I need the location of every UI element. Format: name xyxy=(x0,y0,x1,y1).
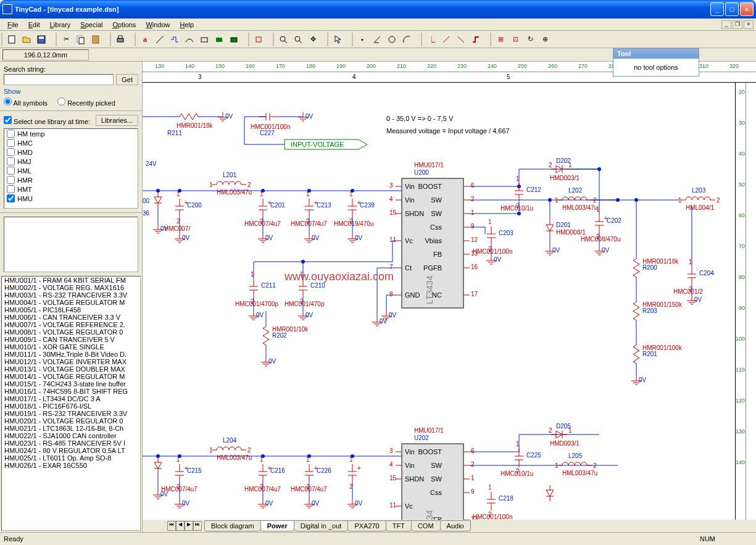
circle-tool-icon[interactable] xyxy=(385,33,399,46)
tab-next[interactable]: ▶ xyxy=(185,521,193,531)
component-item[interactable]: HMU008/1 - VOLTAGE REGULATOR 0 xyxy=(2,328,140,336)
component-item[interactable]: HMU010/1 - XOR GATE SINGLE xyxy=(2,343,140,351)
curve-tool-icon[interactable] xyxy=(183,33,196,46)
component-item[interactable]: HMU016/1 - 74HC595 8-BIT SHIFT REG xyxy=(2,388,140,395)
radio-all-symbols[interactable]: All symbols xyxy=(4,98,48,107)
save-icon[interactable] xyxy=(35,33,48,46)
component-item[interactable]: HMU012/1 - VOLTAGE INVERTER MAX xyxy=(2,358,140,365)
mdi-min[interactable]: _ xyxy=(721,20,731,29)
tab-first[interactable]: ⏮ xyxy=(167,521,176,531)
sheet-tab-power[interactable]: Power xyxy=(260,520,294,531)
cut-icon[interactable]: ✂ xyxy=(59,33,73,46)
component-item[interactable]: HMU015/1 - 74CH243 3-state line buffer xyxy=(2,380,140,388)
component-item[interactable]: HMU005/1 - PIC18LF458 xyxy=(2,306,140,314)
tool-options-panel[interactable]: Tool no tool options xyxy=(613,48,699,77)
menu-options[interactable]: Options xyxy=(107,20,141,30)
text-tool-icon[interactable]: a xyxy=(138,33,152,46)
lib-item[interactable]: HMR xyxy=(4,175,138,185)
zoom-fit-icon[interactable] xyxy=(276,33,290,46)
library-list[interactable]: HM temp HMC HMD HMJ HML HMR HMT HMU xyxy=(4,128,138,209)
component-item[interactable]: HMU019/1 - RS-232 TRANCEIVER 3.3V xyxy=(2,410,140,417)
component-item[interactable]: HMU021/1 - LTC1863L 12-/16-Bit, 8-Ch xyxy=(2,425,140,432)
component-item[interactable]: HMU022/1 - SJA1000 CAN controller xyxy=(2,432,140,439)
menu-help[interactable]: Help xyxy=(175,20,199,30)
mdi-restore[interactable]: ❐ xyxy=(733,20,742,29)
component-item[interactable]: HMU011/1 - 30MHz,Triple 8-Bit Video D. xyxy=(2,351,140,358)
maximize-button[interactable]: □ xyxy=(725,2,739,16)
angle-tool-icon[interactable] xyxy=(370,33,384,46)
component-item[interactable]: HMU013/1 - VOLTAGE DOUBLER MAX xyxy=(2,365,140,373)
component-item[interactable]: HMU003/1 - RS-232 TRANCEIVER 3.3V xyxy=(2,291,140,299)
pin-tool-icon[interactable]: • xyxy=(355,33,369,46)
lib-item[interactable]: HMC xyxy=(4,138,138,148)
lib-item[interactable]: HMT xyxy=(4,185,138,194)
sheet-tab-audio[interactable]: Audio xyxy=(440,520,471,531)
radio-recent[interactable]: Recently picked xyxy=(57,98,115,107)
component-item[interactable]: HMU025/1 - LT6011 Op. Amp SO-8 xyxy=(2,454,140,462)
grid2-tool-icon[interactable]: ⊡ xyxy=(509,33,522,46)
component-item[interactable]: HMU006/1 - CAN TRANCEIVER 3,3 V xyxy=(2,314,140,321)
menu-edit[interactable]: Edit xyxy=(23,20,45,30)
print-icon[interactable] xyxy=(114,33,127,46)
minimize-button[interactable]: _ xyxy=(710,2,724,16)
menu-special[interactable]: Special xyxy=(75,20,107,30)
close-button[interactable]: × xyxy=(740,2,754,16)
lib-item[interactable]: HM temp xyxy=(4,129,138,138)
sheet-tab-com[interactable]: COM xyxy=(411,520,441,531)
wire-tool-icon[interactable] xyxy=(168,33,181,46)
component-tool-icon[interactable] xyxy=(252,33,265,46)
rect-tool-icon[interactable] xyxy=(197,33,211,46)
move-tool-icon[interactable]: ✥ xyxy=(306,33,320,46)
fillrect2-tool-icon[interactable] xyxy=(227,33,241,46)
component-item[interactable]: HMU020/1 - VOLTAGE REGULATOR 0 xyxy=(2,417,140,425)
paste-icon[interactable] xyxy=(89,33,102,46)
menu-window[interactable]: Window xyxy=(141,20,175,30)
zoom-icon[interactable] xyxy=(291,33,305,46)
lib-item[interactable]: HMJ xyxy=(4,157,138,166)
sheet-tab-digital-in-_out[interactable]: Digital in _out xyxy=(294,520,349,531)
component-item[interactable]: HMU001/1 - FRAM 64 KBIT SERIAL FM xyxy=(2,277,140,284)
component-item[interactable]: HMU017/1 - LT3434 DC/DC 3 A xyxy=(2,395,140,402)
component-item[interactable]: HMU007/1 - VOLTAGE REFERENCE 2. xyxy=(2,321,140,328)
sheet-tab-pxa270[interactable]: PXA270 xyxy=(347,520,386,531)
show-link[interactable]: Show xyxy=(4,88,138,95)
tab-prev[interactable]: ◀ xyxy=(176,521,185,531)
component-item[interactable]: HMU024/1 - 80 V REGULATOR 0.5A LT xyxy=(2,447,140,454)
net-tool-icon[interactable]: ⎿ xyxy=(425,33,438,46)
select-one-lib[interactable]: Select one library at time: xyxy=(4,116,90,125)
center-tool-icon[interactable]: ⊕ xyxy=(538,33,552,46)
lib-item[interactable]: HMD xyxy=(4,148,138,157)
fillrect-tool-icon[interactable] xyxy=(212,33,226,46)
sheet-tab-block-diagram[interactable]: Block diagram xyxy=(204,520,261,531)
rotate-tool-icon[interactable]: ↻ xyxy=(523,33,537,46)
lib-item[interactable]: HML xyxy=(4,166,138,175)
diag2-tool-icon[interactable] xyxy=(454,33,468,46)
pointer-tool-icon[interactable] xyxy=(331,33,344,46)
lib-item[interactable]: HMU xyxy=(4,194,138,203)
copy-icon[interactable] xyxy=(74,33,88,46)
component-item[interactable]: HMU023/1 - RS-485 TRANCEIVER 5V I xyxy=(2,439,140,447)
open-icon[interactable] xyxy=(20,33,33,46)
search-input[interactable] xyxy=(4,74,114,85)
libraries-button[interactable]: Libraries... xyxy=(96,115,138,126)
bus-tool-icon[interactable] xyxy=(469,33,483,46)
menu-file[interactable]: File xyxy=(2,20,23,30)
menu-library[interactable]: Library xyxy=(45,20,76,30)
component-item[interactable]: HMU009/1 - CAN TRANCEIVER 5 V xyxy=(2,336,140,343)
grid-tool-icon[interactable]: ⊞ xyxy=(494,33,507,46)
mdi-close[interactable]: × xyxy=(744,20,754,29)
new-icon[interactable] xyxy=(5,33,19,46)
component-item[interactable]: HMU002/1 - VOLTAGE REG. MAX1616 xyxy=(2,284,140,291)
get-button[interactable]: Get xyxy=(116,74,138,85)
diag-tool-icon[interactable] xyxy=(439,33,453,46)
component-item[interactable]: HMU004/1 - VOLTAGE REGULATOR M xyxy=(2,299,140,306)
component-item[interactable]: HMU026/1 - EXAR 16C550 xyxy=(2,462,140,469)
component-item[interactable]: HMU014/1 - VOLTAGE REGULATOR M xyxy=(2,373,140,380)
schematic-canvas[interactable]: HMR001/18kR2110VHMC001/100nC2270VINPUT-V… xyxy=(143,83,735,520)
component-list[interactable]: HMU001/1 - FRAM 64 KBIT SERIAL FMHMU002/… xyxy=(1,276,141,531)
tab-last[interactable]: ⏭ xyxy=(193,521,202,531)
sheet-tab-tft[interactable]: TFT xyxy=(386,520,412,531)
component-item[interactable]: HMU018/1 - PIC16F676-I/SL xyxy=(2,402,140,410)
arc-tool-icon[interactable] xyxy=(400,33,413,46)
line-tool-icon[interactable] xyxy=(153,33,167,46)
